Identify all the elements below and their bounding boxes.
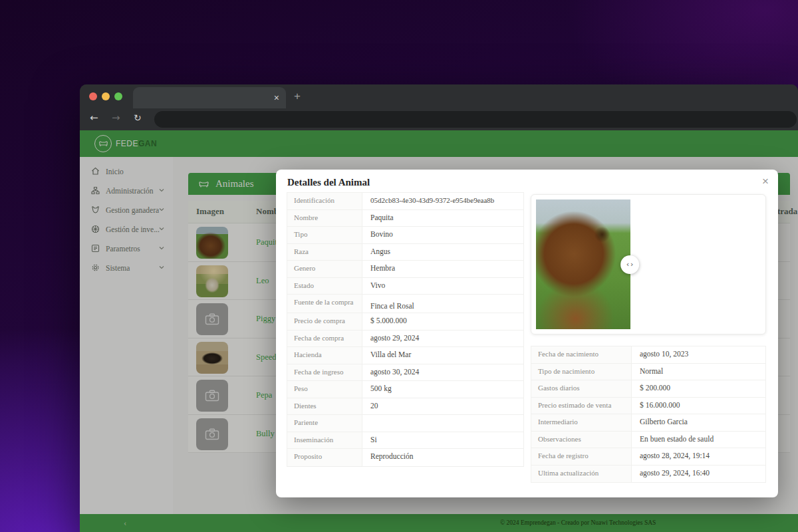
detail-label: Raza: [287, 244, 362, 261]
detail-value: $ 200.000: [632, 380, 765, 397]
detail-label: Genero: [287, 261, 362, 277]
detail-label: Intermediario: [531, 414, 632, 431]
detail-label: Hacienda: [287, 347, 362, 364]
detail-row: TipoBovino: [287, 227, 523, 244]
detail-label: Tipo: [287, 227, 362, 243]
window-close-button[interactable]: [89, 92, 97, 100]
detail-value: Normal: [632, 364, 765, 380]
detail-row: Dientes20: [287, 398, 523, 416]
close-icon[interactable]: ×: [762, 175, 769, 188]
detail-row: PropositoReproducción: [287, 449, 523, 466]
detail-value: $ 5.000.000: [362, 313, 523, 330]
detail-row: RazaAngus: [287, 244, 523, 261]
detail-value: 20: [362, 398, 523, 415]
modal-right-column: ‹› Fecha de nacimientoagosto 10, 2023 Ti…: [531, 194, 766, 483]
detail-value: Villa del Mar: [362, 347, 523, 364]
modal-title: Detalles del Animal: [287, 177, 370, 188]
detail-value: En buen estado de sauld: [632, 432, 765, 448]
url-bar[interactable]: [154, 111, 797, 128]
detail-row: GeneroHembra: [287, 261, 523, 278]
detail-label: Precio estimado de venta: [531, 398, 632, 414]
detail-label: Dientes: [287, 398, 362, 415]
detail-row: Peso500 kg: [287, 381, 523, 398]
compare-slider-handle[interactable]: ‹›: [620, 255, 639, 274]
detail-label: Ultima actualización: [531, 466, 632, 483]
detail-row: NombrePaquita: [287, 210, 523, 227]
animal-photo-before: [536, 200, 630, 329]
detail-label: Nombre: [287, 210, 362, 227]
detail-value: Si: [362, 432, 523, 449]
window-zoom-button[interactable]: [114, 92, 122, 100]
detail-label: Pariente: [287, 415, 362, 432]
detail-label: Identificación: [287, 193, 362, 209]
detail-row: Pariente: [287, 415, 523, 432]
back-icon[interactable]: ←: [90, 112, 98, 124]
image-compare-card: ‹›: [531, 194, 766, 334]
new-tab-icon[interactable]: +: [294, 90, 301, 103]
detail-value: Bovino: [362, 227, 523, 243]
detail-label: Fuente de la compra: [287, 295, 362, 313]
detail-value: 500 kg: [362, 381, 523, 398]
detail-row: IntermediarioGilberto Garcia: [531, 414, 765, 432]
detail-row: Fecha de nacimientoagosto 10, 2023: [531, 346, 765, 364]
detail-label: Estado: [287, 278, 362, 295]
browser-tab-strip: × +: [80, 84, 798, 108]
chevron-left-icon: ‹: [626, 260, 629, 269]
detail-value: agosto 29, 2024: [362, 331, 523, 347]
detail-row: EstadoVivo: [287, 278, 523, 295]
browser-tab[interactable]: ×: [133, 87, 286, 108]
detail-value: Angus: [362, 244, 523, 261]
tab-close-icon[interactable]: ×: [274, 93, 279, 102]
detail-value: agosto 28, 2024, 19:14: [632, 448, 765, 465]
reload-icon[interactable]: ↻: [134, 112, 142, 123]
detail-row: Fecha de compraagosto 29, 2024: [287, 331, 523, 348]
detail-label: Precio de compra: [287, 313, 362, 330]
detail-label: Fecha de nacimiento: [531, 346, 632, 363]
detail-label: Inseminación: [287, 432, 362, 449]
detail-value: $ 16.000.000: [632, 398, 765, 414]
detail-value: Vivo: [362, 278, 523, 295]
detail-value: agosto 29, 2024, 16:40: [632, 466, 765, 483]
animal-photo-after: [630, 200, 761, 329]
detail-row: Precio estimado de venta$ 16.000.000: [531, 398, 765, 415]
animal-details-table: Identificación05d2cb83-4e30-43d9-9372-e9…: [287, 192, 524, 467]
detail-row: Fecha de ingresoagosto 30, 2024: [287, 364, 523, 382]
detail-label: Fecha de compra: [287, 331, 362, 347]
detail-row: Precio de compra$ 5.000.000: [287, 313, 523, 331]
detail-row: InseminaciónSi: [287, 432, 523, 450]
detail-value: Finca el Rosal: [362, 295, 523, 313]
detail-row: Tipo de nacimientoNormal: [531, 364, 765, 381]
animal-extra-details-table: Fecha de nacimientoagosto 10, 2023 Tipo …: [531, 346, 766, 483]
detail-label: Proposito: [287, 449, 362, 466]
detail-value: 05d2cb83-4e30-43d9-9372-e954be9eaa8b: [362, 193, 523, 209]
detail-row: Identificación05d2cb83-4e30-43d9-9372-e9…: [287, 193, 523, 210]
detail-label: Fecha de registro: [531, 448, 632, 465]
forward-icon[interactable]: →: [112, 112, 120, 124]
detail-row: Ultima actualizaciónagosto 29, 2024, 16:…: [531, 466, 765, 483]
detail-value: Hembra: [362, 261, 523, 277]
detail-row: HaciendaVilla del Mar: [287, 347, 523, 364]
detail-value: Reproducción: [362, 449, 523, 466]
detail-row: Fuente de la compraFinca el Rosal: [287, 295, 523, 313]
detail-label: Fecha de ingreso: [287, 364, 362, 381]
detail-row: Gastos diarios$ 200.000: [531, 380, 765, 398]
detail-label: Observaciones: [531, 432, 632, 448]
detail-label: Tipo de nacimiento: [531, 364, 632, 380]
detail-label: Peso: [287, 381, 362, 398]
detail-value: agosto 30, 2024: [362, 364, 523, 381]
detail-value: Gilberto Garcia: [632, 414, 765, 431]
detail-value: agosto 10, 2023: [632, 346, 765, 363]
animal-details-modal: Detalles del Animal × Identificación05d2…: [276, 170, 778, 497]
browser-toolbar: ← → ↻: [80, 108, 798, 130]
window-minimize-button[interactable]: [102, 92, 110, 100]
chevron-right-icon: ›: [630, 260, 633, 269]
detail-value: Paquita: [362, 210, 523, 227]
detail-value: [362, 415, 523, 432]
detail-row: ObservacionesEn buen estado de sauld: [531, 432, 765, 449]
detail-row: Fecha de registroagosto 28, 2024, 19:14: [531, 448, 765, 466]
detail-label: Gastos diarios: [531, 380, 632, 397]
